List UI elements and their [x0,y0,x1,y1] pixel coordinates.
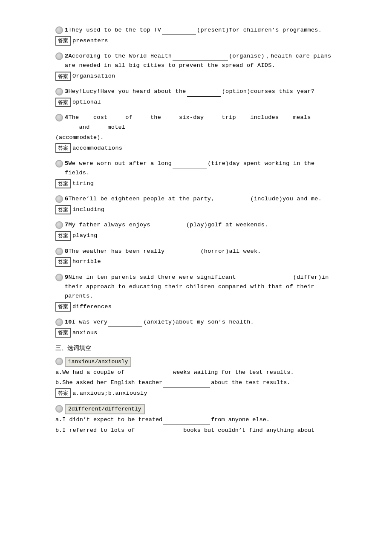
question-10: 10I was very(anxiety)about my son’s heal… [55,318,337,338]
option-badge: 2different/differently [65,404,145,414]
question-line: 10I was very(anxiety)about my son’s heal… [55,318,337,327]
answer-line: 答案horrible [55,257,337,267]
answer-line: 答案playing [55,231,337,241]
question-line: 4The cost of the six-day trip includes m… [55,113,337,132]
answer-line: 答案tiring [55,179,337,189]
answer-badge: 答案 [55,388,71,398]
radio-icon [55,195,63,203]
question-text: 6There’ll be eighteen people at the part… [65,194,337,204]
question-text: 5We were worn out after a long(tire)day … [65,159,337,178]
question-1: 1They used to be the top TV(present)for … [55,26,337,46]
answer-text: accommodations [72,144,122,153]
question-3: 3Hey!Lucy!Have you heard about the(optio… [55,87,337,107]
question-line: 8The weather has been really(horror)all … [55,247,337,256]
question-text: 3Hey!Lucy!Have you heard about the(optio… [65,87,337,96]
sub-question: b.I referred to lots ofbooks but couldn’… [55,426,337,435]
answer-text: tiring [72,179,94,188]
answer-badge: 答案 [55,179,71,189]
radio-icon [55,26,63,34]
sub-question: b.She asked her English teacherabout the… [55,378,337,387]
radio-icon [55,52,63,60]
question-5: 5We were worn out after a long(tire)day … [55,159,337,188]
answer-text: horrible [72,257,101,266]
question-text: 9Nine in ten parents said there were sig… [65,273,337,301]
question-line: 7My father always enjoys(play)golf at we… [55,220,337,230]
answer-text: differences [72,302,112,312]
radio-icon [55,221,63,229]
question-7: 7My father always enjoys(play)golf at we… [55,220,337,240]
radio-icon [55,160,63,168]
answer-line: 答案Organisation [55,72,337,81]
question-text: 7My father always enjoys(play)golf at we… [65,220,337,230]
question-4: 4The cost of the six-day trip includes m… [55,113,337,153]
answer-badge: 答案 [55,143,71,153]
answer-line: 答案anxious [55,328,337,338]
answer-badge: 答案 [55,257,71,267]
sub-question: a.We had a couple ofweeks waiting for th… [55,368,337,377]
question-line: 5We were worn out after a long(tire)day … [55,159,337,178]
answer-line: 答案including [55,205,337,215]
cont-text: (accommodate). [55,133,337,142]
question-2: 2According to the World Health(organise)… [55,52,337,81]
question-line: 1They used to be the top TV(present)for … [55,26,337,35]
section3: 三、选词填空1anxious/anxiouslya.We had a coupl… [55,344,337,435]
sub-question: a.I didn’t expect to be treatedfrom anyo… [55,415,337,425]
answer-line: 答案differences [55,302,337,312]
section-title: 三、选词填空 [55,344,337,353]
question-text: 4The cost of the six-day trip includes m… [65,113,337,132]
question-8: 8The weather has been really(horror)all … [55,247,337,267]
section3-item-1: 1anxious/anxiouslya.We had a couple ofwe… [55,357,337,399]
question-text: 2According to the World Health(organise)… [65,52,337,71]
answer-badge: 答案 [55,205,71,215]
questions-section: 1They used to be the top TV(present)for … [55,26,337,338]
answer-badge: 答案 [55,231,71,241]
question-6: 6There’ll be eighteen people at the part… [55,194,337,214]
question-line: 9Nine in ten parents said there were sig… [55,273,337,301]
answer-badge: 答案 [55,302,71,312]
radio-icon [55,88,63,95]
radio-icon [55,405,63,413]
answer-line: 答案a.anxious;b.anxiously [55,388,337,398]
answer-badge: 答案 [55,36,71,46]
answer-text: presenters [72,36,108,46]
radio-icon [55,248,63,255]
option-line: 2different/differently [55,404,337,414]
answer-text: optional [72,98,101,107]
radio-icon [55,358,63,365]
question-text: 8The weather has been really(horror)all … [65,247,337,256]
answer-text: Organisation [72,72,115,81]
answer-badge: 答案 [55,72,71,81]
answer-line: 答案accommodations [55,143,337,153]
answer-text: including [72,205,104,214]
question-9: 9Nine in ten parents said there were sig… [55,273,337,312]
answer-text: playing [72,231,98,240]
answer-line: 答案presenters [55,36,337,46]
radio-icon [55,274,63,281]
question-line: 3Hey!Lucy!Have you heard about the(optio… [55,87,337,96]
question-line: 6There’ll be eighteen people at the part… [55,194,337,204]
section3-item-2: 2different/differentlya.I didn’t expect … [55,404,337,435]
answer-badge: 答案 [55,98,71,107]
radio-icon [55,114,63,121]
answer-text: anxious [72,328,98,338]
answer-line: 答案optional [55,98,337,107]
option-line: 1anxious/anxiously [55,357,337,367]
radio-icon [55,318,63,326]
option-badge: 1anxious/anxiously [65,357,131,367]
question-text: 1They used to be the top TV(present)for … [65,26,337,35]
question-text: 10I was very(anxiety)about my son’s heal… [65,318,337,327]
answer-text: a.anxious;b.anxiously [72,389,147,398]
question-line: 2According to the World Health(organise)… [55,52,337,71]
answer-badge: 答案 [55,328,71,338]
